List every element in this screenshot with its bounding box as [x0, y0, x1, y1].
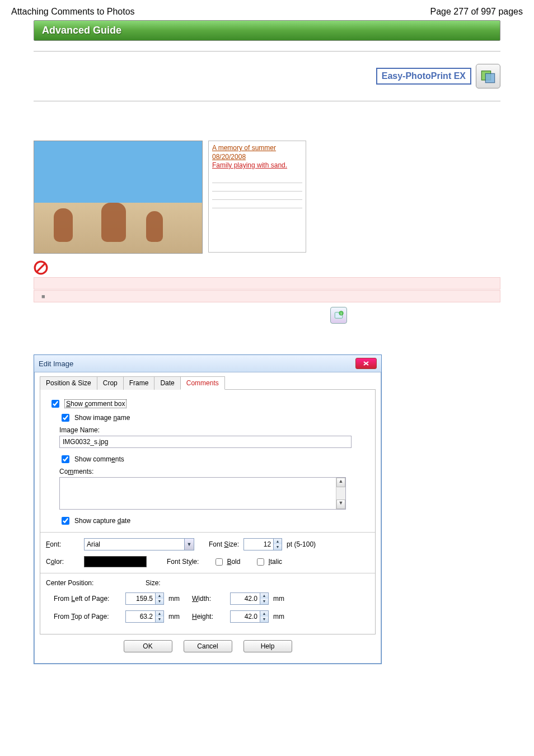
color-label: Color:	[46, 558, 79, 566]
unit-label: mm	[168, 613, 180, 620]
font-combo[interactable]: ▼	[84, 538, 194, 550]
page-title: Attaching Comments to Photos	[11, 7, 135, 17]
show-comments-label: Show comments	[74, 455, 124, 463]
font-input[interactable]	[85, 539, 184, 550]
from-top-label: From Top of Page:	[54, 613, 121, 620]
info-icon[interactable]: i	[330, 307, 347, 324]
unit-label: mm	[273, 595, 284, 603]
unit-label: mm	[273, 613, 284, 620]
svg-line-3	[36, 263, 45, 272]
sample-photo	[34, 141, 203, 254]
size-label: Size:	[146, 579, 185, 587]
from-left-stepper[interactable]: ▲▼	[125, 592, 164, 605]
brand-icon	[476, 64, 500, 88]
from-left-input[interactable]	[126, 593, 155, 604]
font-size-label: Font Size:	[209, 540, 239, 548]
image-name-field[interactable]	[59, 436, 352, 448]
comments-label: Comments:	[59, 468, 369, 475]
tab-comments[interactable]: Comments	[180, 376, 225, 390]
unit-label: mm	[168, 595, 180, 603]
font-style-label: Font Style:	[167, 558, 199, 566]
height-label: Height:	[192, 613, 226, 620]
show-capture-date-label: Show capture date	[74, 517, 130, 525]
step-up-icon[interactable]: ▲	[156, 593, 163, 599]
step-up-icon[interactable]: ▲	[260, 593, 268, 599]
svg-rect-1	[485, 73, 494, 82]
chevron-down-icon[interactable]: ▼	[184, 539, 194, 550]
brand-label: Easy-PhotoPrint EX	[376, 68, 471, 85]
comments-field[interactable]: ▲ ▼	[59, 477, 346, 510]
scroll-down-icon[interactable]: ▼	[336, 500, 345, 509]
step-down-icon[interactable]: ▼	[260, 599, 268, 604]
step-down-icon[interactable]: ▼	[156, 599, 163, 604]
step-down-icon[interactable]: ▼	[274, 544, 282, 550]
tab-crop[interactable]: Crop	[97, 376, 124, 390]
center-position-label: Center Position:	[46, 579, 141, 587]
from-top-stepper[interactable]: ▲▼	[125, 610, 164, 623]
from-top-input[interactable]	[126, 611, 155, 622]
bold-checkbox[interactable]	[216, 558, 223, 566]
height-input[interactable]	[231, 611, 260, 622]
prohibited-icon	[34, 260, 500, 277]
step-down-icon[interactable]: ▼	[260, 617, 268, 622]
font-label: Font:	[46, 540, 79, 548]
ok-button[interactable]: OK	[124, 640, 172, 652]
edit-image-dialog: Edit Image Position & Size Crop Frame Da…	[34, 354, 382, 664]
help-button[interactable]: Help	[243, 640, 292, 652]
font-size-input[interactable]	[244, 539, 273, 550]
dialog-title: Edit Image	[39, 360, 73, 368]
svg-text:i: i	[341, 312, 341, 315]
comment-panel: A memory of summer 08/20/2008 Family pla…	[208, 141, 306, 253]
italic-checkbox[interactable]	[257, 558, 264, 566]
show-capture-date-checkbox[interactable]	[62, 517, 69, 525]
width-input[interactable]	[231, 593, 260, 604]
tabs: Position & Size Crop Frame Date Comments	[40, 376, 376, 390]
cancel-button[interactable]: Cancel	[184, 640, 232, 652]
image-name-label: Image Name:	[59, 426, 369, 434]
show-comment-box-label: Show comment box	[64, 399, 127, 408]
show-comment-box-checkbox[interactable]	[51, 400, 59, 408]
step-up-icon[interactable]: ▲	[274, 539, 282, 544]
color-swatch[interactable]	[84, 556, 147, 567]
show-image-name-checkbox[interactable]	[62, 414, 69, 422]
tab-position-size[interactable]: Position & Size	[40, 376, 97, 390]
divider	[40, 573, 375, 573]
show-comments-checkbox[interactable]	[62, 455, 69, 463]
bold-label: Bold	[227, 558, 240, 566]
comment-preview: A memory of summer 08/20/2008 Family pla…	[34, 141, 347, 254]
note-row: ■	[34, 290, 500, 302]
show-image-name-label: Show image name	[74, 414, 130, 422]
width-stepper[interactable]: ▲▼	[230, 592, 269, 605]
divider	[34, 101, 500, 101]
font-size-stepper[interactable]: ▲▼	[243, 538, 282, 550]
step-down-icon[interactable]: ▼	[156, 617, 163, 622]
step-up-icon[interactable]: ▲	[156, 611, 163, 617]
note-row	[34, 277, 500, 290]
tab-date[interactable]: Date	[154, 376, 180, 390]
from-left-label: From Left of Page:	[54, 595, 121, 603]
divider	[34, 51, 500, 52]
height-stepper[interactable]: ▲▼	[230, 610, 269, 623]
scrollbar[interactable]: ▲ ▼	[336, 478, 345, 509]
scroll-up-icon[interactable]: ▲	[336, 478, 345, 487]
section-header: Advanced Guide	[34, 20, 500, 41]
tab-frame[interactable]: Frame	[123, 376, 155, 390]
width-label: Width:	[192, 595, 226, 603]
font-size-range: pt (5-100)	[287, 540, 316, 548]
divider	[40, 532, 375, 533]
italic-label: Italic	[268, 558, 282, 566]
step-up-icon[interactable]: ▲	[260, 611, 268, 617]
close-button[interactable]	[355, 358, 377, 369]
page-number: Page 277 of 997 pages	[430, 7, 523, 17]
